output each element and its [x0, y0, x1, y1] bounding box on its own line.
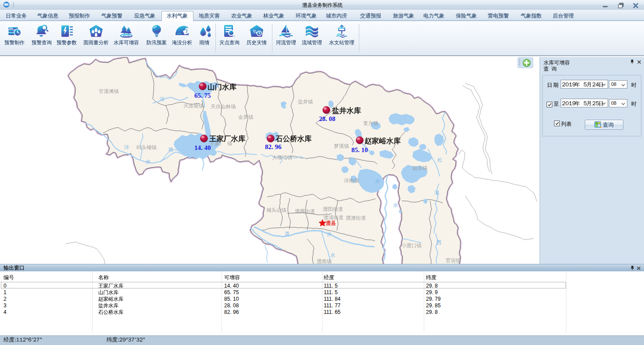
svg-text:14. 40: 14. 40	[194, 144, 211, 151]
svg-text:65. 75: 65. 75	[194, 92, 211, 99]
svg-text:82. 96: 82. 96	[265, 143, 282, 150]
svg-text:85. 10: 85. 10	[351, 146, 368, 153]
svg-text:¾: ¾	[253, 29, 257, 34]
svg-text:28. 08: 28. 08	[319, 115, 336, 122]
